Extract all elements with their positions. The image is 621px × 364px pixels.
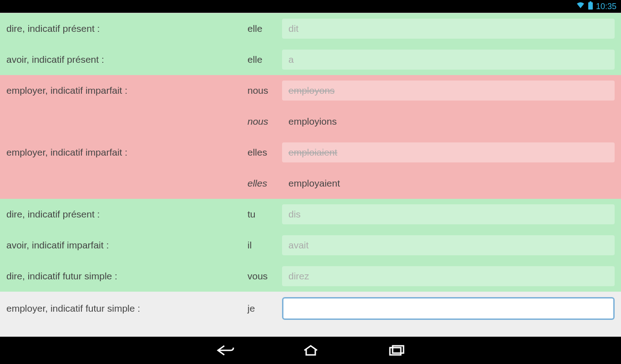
pronoun-text: nous bbox=[247, 85, 279, 96]
exercise-row: avoir, indicatif imparfait :ilavait bbox=[0, 230, 621, 261]
exercise-row: employer, indicatif futur simple :je bbox=[0, 292, 621, 325]
pronoun-text: elles bbox=[247, 178, 279, 189]
prompt-text: employer, indicatif imparfait : bbox=[6, 85, 247, 96]
exercise-row: nousemployions bbox=[0, 106, 621, 137]
home-button[interactable] bbox=[300, 339, 322, 361]
prompt-text: employer, indicatif futur simple : bbox=[6, 303, 247, 314]
status-bar: 10:35 bbox=[0, 0, 621, 13]
answer-box: employons bbox=[282, 81, 615, 101]
exercise-row: employer, indicatif imparfait :ellesempl… bbox=[0, 137, 621, 168]
answer-box: direz bbox=[282, 266, 615, 286]
nav-bar bbox=[0, 337, 621, 364]
exercise-row: dire, indicatif présent :tudis bbox=[0, 199, 621, 230]
pronoun-text: elle bbox=[247, 23, 279, 34]
svg-rect-0 bbox=[588, 2, 593, 10]
prompt-text: dire, indicatif présent : bbox=[6, 209, 247, 220]
svg-rect-1 bbox=[590, 1, 591, 2]
wifi-icon bbox=[576, 2, 585, 11]
prompt-text: avoir, indicatif imparfait : bbox=[6, 240, 247, 251]
answer-box: dis bbox=[282, 204, 615, 224]
exercise-row: dire, indicatif présent :elledit bbox=[0, 13, 621, 44]
prompt-text: dire, indicatif futur simple : bbox=[6, 271, 247, 282]
answer-box: emploiaient bbox=[282, 142, 615, 162]
correction-text: employions bbox=[282, 111, 615, 131]
answer-box: a bbox=[282, 50, 615, 70]
pronoun-text: vous bbox=[247, 271, 279, 282]
prompt-text: avoir, indicatif présent : bbox=[6, 54, 247, 65]
exercise-row: avoir, indicatif présent :ellea bbox=[0, 44, 621, 75]
answer-box: avait bbox=[282, 235, 615, 255]
battery-icon bbox=[588, 1, 593, 12]
status-time: 10:35 bbox=[596, 2, 616, 11]
pronoun-text: nous bbox=[247, 116, 279, 127]
svg-rect-3 bbox=[393, 346, 404, 353]
pronoun-text: elle bbox=[247, 54, 279, 65]
correction-text: employaient bbox=[282, 173, 615, 193]
prompt-text: employer, indicatif imparfait : bbox=[6, 147, 247, 158]
exercise-row: dire, indicatif futur simple :vousdirez bbox=[0, 261, 621, 292]
svg-rect-2 bbox=[390, 348, 401, 355]
pronoun-text: je bbox=[247, 303, 279, 314]
exercise-rows: dire, indicatif présent :elleditavoir, i… bbox=[0, 13, 621, 325]
content-area: dire, indicatif présent :elleditavoir, i… bbox=[0, 13, 621, 337]
exercise-row: ellesemployaient bbox=[0, 168, 621, 199]
pronoun-text: tu bbox=[247, 209, 279, 220]
answer-box: dit bbox=[282, 19, 615, 39]
answer-input[interactable] bbox=[282, 297, 615, 320]
pronoun-text: il bbox=[247, 240, 279, 251]
prompt-text: dire, indicatif présent : bbox=[6, 23, 247, 34]
exercise-row: employer, indicatif imparfait :nousemplo… bbox=[0, 75, 621, 106]
pronoun-text: elles bbox=[247, 147, 279, 158]
recent-apps-button[interactable] bbox=[385, 339, 407, 361]
back-button[interactable] bbox=[214, 339, 236, 361]
